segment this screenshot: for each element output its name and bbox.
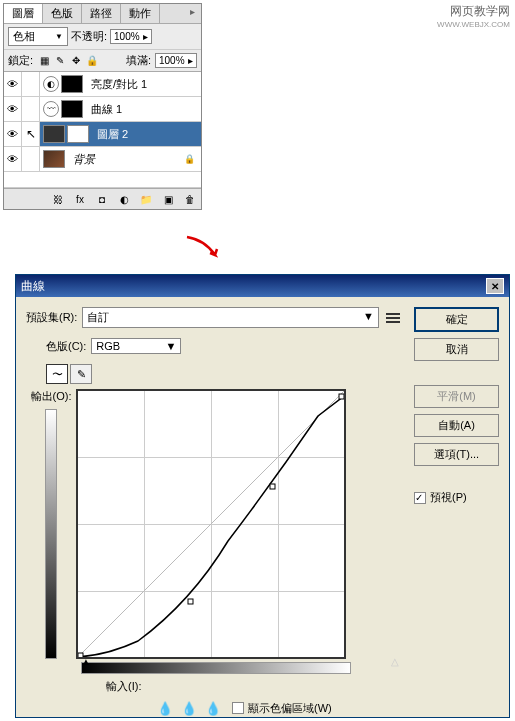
preset-select[interactable]: 自訂 ▼ [82, 307, 379, 328]
tab-actions[interactable]: 動作 [121, 4, 160, 23]
watermark-line1: 网页教学网 [437, 3, 510, 20]
tab-paths[interactable]: 路徑 [82, 4, 121, 23]
layers-bottom-bar: ⛓ fx ◘ ◐ 📁 ▣ 🗑 [4, 188, 201, 209]
fx-icon[interactable]: fx [73, 192, 87, 206]
layer-row[interactable]: 👁 ◐ 亮度/對比 1 [4, 72, 201, 97]
white-eyedropper[interactable]: 💧 [204, 699, 222, 717]
preset-value: 自訂 [87, 310, 109, 325]
input-label: 輸入(I): [106, 679, 402, 694]
blend-opacity-row: 色相 ▼ 不透明: 100% ▸ [4, 24, 201, 50]
blend-mode-value: 色相 [13, 29, 35, 44]
channel-row: 色版(C): RGB ▼ [46, 338, 402, 354]
output-axis: 輸出(O): [26, 389, 76, 659]
channel-label: 色版(C): [46, 339, 86, 354]
panel-menu-icon[interactable]: ▸ [184, 4, 201, 23]
layer-name[interactable]: 亮度/對比 1 [86, 77, 152, 92]
visibility-toggle[interactable]: 👁 [4, 97, 22, 121]
layer-thumb[interactable] [43, 150, 65, 168]
options-button[interactable]: 選項(T)... [414, 443, 499, 466]
blend-mode-select[interactable]: 色相 ▼ [8, 27, 68, 46]
lock-transparency-icon[interactable]: ▦ [37, 54, 51, 68]
visibility-toggle[interactable]: 👁 [4, 147, 22, 171]
curves-dialog: 曲線 ✕ 預設集(R): 自訂 ▼ 色版(C): RGB ▼ [15, 274, 510, 718]
fill-label: 填滿: [126, 53, 151, 68]
layer-name[interactable]: 圖層 2 [92, 127, 133, 142]
curves-right-pane: 確定 取消 平滑(M) 自動(A) 選項(T)... 預視(P) [414, 307, 499, 721]
mask-thumb[interactable] [61, 100, 83, 118]
mask-thumb[interactable] [67, 125, 89, 143]
link-col[interactable] [22, 147, 40, 171]
link-layers-icon[interactable]: ⛓ [51, 192, 65, 206]
preset-row: 預設集(R): 自訂 ▼ [26, 307, 402, 328]
show-clipping-checkbox[interactable] [232, 702, 244, 714]
dialog-title: 曲線 [21, 278, 45, 295]
panel-tabs: 圖層 色版 路徑 動作 ▸ [4, 4, 201, 24]
show-clipping-wrap[interactable]: 顯示色偏區域(W) [232, 701, 332, 716]
close-button[interactable]: ✕ [486, 278, 504, 294]
preset-menu-icon[interactable] [384, 310, 402, 326]
gray-eyedropper[interactable]: 💧 [180, 699, 198, 717]
new-adjustment-icon[interactable]: ◐ [117, 192, 131, 206]
delete-layer-icon[interactable]: 🗑 [183, 192, 197, 206]
tone-curve[interactable] [78, 396, 344, 657]
add-mask-icon[interactable]: ◘ [95, 192, 109, 206]
ok-button[interactable]: 確定 [414, 307, 499, 332]
output-label: 輸出(O): [31, 389, 72, 404]
preview-checkbox[interactable] [414, 492, 426, 504]
curve-graph[interactable] [76, 389, 346, 659]
visibility-toggle[interactable]: 👁 [4, 72, 22, 96]
mask-thumb[interactable] [61, 75, 83, 93]
white-point-slider[interactable]: △ [391, 656, 399, 667]
smooth-button[interactable]: 平滑(M) [414, 385, 499, 408]
output-gradient [45, 409, 57, 659]
dropdown-arrow-icon: ▼ [165, 340, 176, 352]
layer-row[interactable]: 👁 ↖ 圖層 2 [4, 122, 201, 147]
auto-button[interactable]: 自動(A) [414, 414, 499, 437]
preset-label: 預設集(R): [26, 310, 77, 325]
baseline-curve [78, 391, 344, 657]
link-col[interactable] [22, 97, 40, 121]
new-layer-icon[interactable]: ▣ [161, 192, 175, 206]
brightness-contrast-icon: ◐ [43, 76, 59, 92]
new-group-icon[interactable]: 📁 [139, 192, 153, 206]
channel-value: RGB [96, 340, 120, 352]
watermark: 网页教学网 WWW.WEBJX.COM [437, 3, 510, 29]
link-col[interactable]: ↖ [22, 122, 40, 146]
layer-name[interactable]: 背景 [68, 152, 100, 167]
empty-row [4, 172, 201, 188]
pencil-curve-tool[interactable]: ✎ [70, 364, 92, 384]
opacity-label: 不透明: [71, 29, 107, 44]
curve-point[interactable] [339, 394, 344, 399]
layer-thumb[interactable] [43, 125, 65, 143]
tab-channels[interactable]: 色版 [43, 4, 82, 23]
cancel-button[interactable]: 取消 [414, 338, 499, 361]
curve-point[interactable] [270, 484, 275, 489]
point-curve-tool[interactable]: 〜 [46, 364, 68, 384]
tab-layers[interactable]: 圖層 [4, 4, 43, 23]
lock-all-icon[interactable]: 🔒 [85, 54, 99, 68]
link-col[interactable] [22, 72, 40, 96]
show-clipping-label: 顯示色偏區域(W) [248, 701, 332, 716]
watermark-line2: WWW.WEBJX.COM [437, 20, 510, 29]
cursor-icon: ↖ [26, 127, 36, 141]
lock-pixels-icon[interactable]: ✎ [53, 54, 67, 68]
black-point-slider[interactable]: ▲ [81, 656, 91, 667]
layer-row[interactable]: 👁 〰 曲線 1 [4, 97, 201, 122]
dialog-title-bar[interactable]: 曲線 ✕ [16, 275, 509, 297]
black-eyedropper[interactable]: 💧 [156, 699, 174, 717]
lock-position-icon[interactable]: ✥ [69, 54, 83, 68]
opacity-input[interactable]: 100% ▸ [110, 29, 152, 44]
input-gradient [81, 662, 351, 674]
layers-panel: 圖層 色版 路徑 動作 ▸ 色相 ▼ 不透明: 100% ▸ 鎖定: ▦ ✎ ✥… [3, 3, 202, 210]
curve-point[interactable] [188, 599, 193, 604]
layer-row[interactable]: 👁 背景 🔒 [4, 147, 201, 172]
preview-wrap[interactable]: 預視(P) [414, 490, 499, 505]
visibility-toggle[interactable]: 👁 [4, 122, 22, 146]
curves-left-pane: 預設集(R): 自訂 ▼ 色版(C): RGB ▼ 〜 ✎ [26, 307, 402, 721]
preview-label: 預視(P) [430, 490, 467, 505]
layer-list: 👁 ◐ 亮度/對比 1 👁 〰 曲線 1 👁 ↖ [4, 72, 201, 188]
layer-name[interactable]: 曲線 1 [86, 102, 127, 117]
lock-indicator-icon: 🔒 [184, 154, 201, 164]
fill-input[interactable]: 100% ▸ [155, 53, 197, 68]
channel-select[interactable]: RGB ▼ [91, 338, 181, 354]
